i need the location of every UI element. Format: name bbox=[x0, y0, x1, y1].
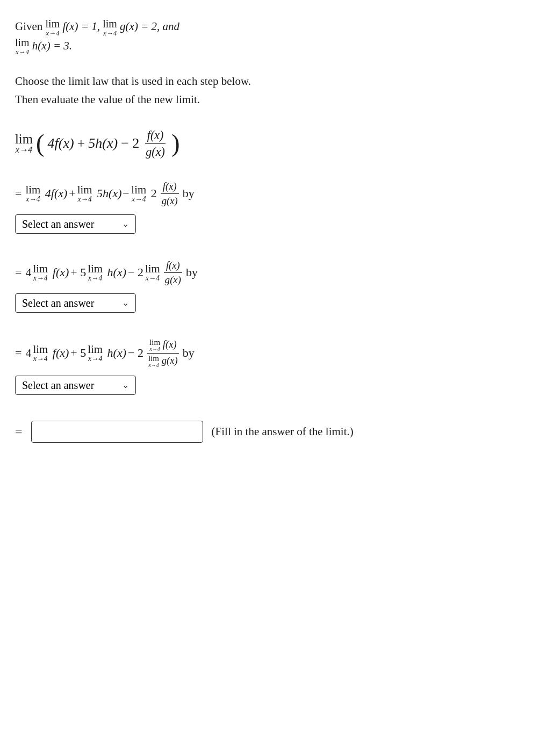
step1-4fx: 4f(x) bbox=[42, 186, 67, 200]
step2-hx: h(x) bbox=[104, 265, 126, 279]
step3-math: = 4 lim x→4 f(x) + 5 lim x→4 h(x) − 2 li… bbox=[15, 339, 525, 368]
step2-lim3: lim x→4 bbox=[145, 263, 160, 282]
instruction-line1: Choose the limit law that is used in eac… bbox=[15, 73, 525, 91]
main-frac: f(x) g(x) bbox=[143, 128, 167, 159]
step2-by: by bbox=[186, 265, 198, 279]
final-row: = (Fill in the answer of the limit.) bbox=[15, 421, 525, 443]
main-plus: + bbox=[77, 135, 85, 152]
step2-frac: f(x) g(x) bbox=[163, 260, 183, 286]
step1-equals: = bbox=[15, 186, 21, 200]
given-text: Given bbox=[15, 20, 46, 33]
step3-equals: = bbox=[15, 346, 21, 360]
step3-4: 4 bbox=[25, 346, 31, 360]
lim3: lim x→4 bbox=[15, 38, 30, 55]
instruction-section: Choose the limit law that is used in eac… bbox=[15, 73, 525, 109]
final-answer-input[interactable] bbox=[31, 421, 203, 443]
step2-plus: + 5 bbox=[70, 265, 86, 279]
step3-lim1: lim x→4 bbox=[33, 344, 48, 363]
step1-lim2: lim x→4 bbox=[77, 184, 92, 203]
step1-5hx: 5h(x)− bbox=[94, 186, 130, 200]
step1-block: = lim x→4 4f(x) + lim x→4 5h(x)− lim x→4… bbox=[15, 181, 525, 234]
step3-minus: − 2 bbox=[128, 346, 143, 360]
step1-math: = lim x→4 4f(x) + lim x→4 5h(x)− lim x→4… bbox=[15, 181, 525, 207]
instruction-line2: Then evaluate the value of the new limit… bbox=[15, 91, 525, 109]
step1-select-wrapper[interactable]: Select an answer Sum/Difference Law Cons… bbox=[15, 214, 136, 234]
fx-given: f(x) = 1, bbox=[62, 20, 103, 33]
main-expr-5hx: 5h(x) bbox=[88, 135, 118, 152]
main-expr-4fx: 4f(x) bbox=[48, 135, 74, 152]
step3-plus: + 5 bbox=[70, 346, 86, 360]
step2-lim1: lim x→4 bbox=[33, 263, 48, 282]
step3-fx: f(x) bbox=[49, 346, 69, 360]
main-limit: lim x→4 ( 4f(x) + 5h(x) − 2 f(x) g(x) ) bbox=[15, 128, 525, 159]
step3-select-wrapper[interactable]: Select an answer Sum/Difference Law Cons… bbox=[15, 376, 136, 395]
step2-block: = 4 lim x→4 f(x) + 5 lim x→4 h(x) − 2 li… bbox=[15, 260, 525, 313]
step3-select[interactable]: Select an answer Sum/Difference Law Cons… bbox=[22, 379, 122, 391]
step3-hx: h(x) bbox=[104, 346, 126, 360]
step2-chevron-icon: ⌄ bbox=[122, 298, 129, 308]
step2-equals: = bbox=[15, 265, 21, 279]
step1-frac: f(x) g(x) bbox=[160, 181, 180, 207]
step1-by: by bbox=[183, 186, 195, 200]
step1-chevron-icon: ⌄ bbox=[122, 219, 129, 229]
step3-block: = 4 lim x→4 f(x) + 5 lim x→4 h(x) − 2 li… bbox=[15, 339, 525, 395]
step2-minus: − 2 bbox=[128, 265, 143, 279]
main-minus: − 2 bbox=[121, 135, 139, 152]
step3-chevron-icon: ⌄ bbox=[122, 380, 129, 390]
step2-select-wrapper[interactable]: Select an answer Sum/Difference Law Cons… bbox=[15, 293, 136, 313]
step3-lim2: lim x→4 bbox=[88, 344, 103, 363]
open-paren: ( bbox=[36, 133, 45, 154]
step2-math: = 4 lim x→4 f(x) + 5 lim x→4 h(x) − 2 li… bbox=[15, 260, 525, 286]
step1-select[interactable]: Select an answer Sum/Difference Law Cons… bbox=[22, 218, 122, 230]
step3-lim-frac: lim x→4 f(x) lim x→4 g(x) bbox=[146, 339, 180, 368]
step1-lim1: lim x→4 bbox=[25, 184, 40, 203]
step2-fx: f(x) bbox=[49, 265, 69, 279]
step2-4: 4 bbox=[25, 265, 31, 279]
lim2: lim x→4 bbox=[103, 19, 117, 37]
close-paren: ) bbox=[171, 133, 180, 154]
step2-select[interactable]: Select an answer Sum/Difference Law Cons… bbox=[22, 297, 122, 309]
step3-lim-den: lim x→4 bbox=[148, 355, 159, 368]
step1-plus: + bbox=[69, 186, 75, 200]
final-equals: = bbox=[15, 424, 23, 439]
step3-by: by bbox=[183, 346, 195, 360]
gx-given: g(x) = 2, and bbox=[120, 20, 179, 33]
lim1: lim x→4 bbox=[46, 19, 60, 37]
hx-given: h(x) = 3. bbox=[32, 39, 72, 52]
fill-in-label: (Fill in the answer of the limit.) bbox=[212, 425, 354, 438]
main-lim: lim x→4 bbox=[15, 133, 33, 155]
step1-2: 2 bbox=[148, 186, 157, 200]
step1-lim3: lim x→4 bbox=[131, 184, 146, 203]
step2-lim2: lim x→4 bbox=[88, 263, 103, 282]
step3-lim-num: lim x→4 bbox=[149, 339, 160, 352]
given-section: Given lim x→4 f(x) = 1, lim x→4 g(x) = 2… bbox=[15, 17, 525, 55]
